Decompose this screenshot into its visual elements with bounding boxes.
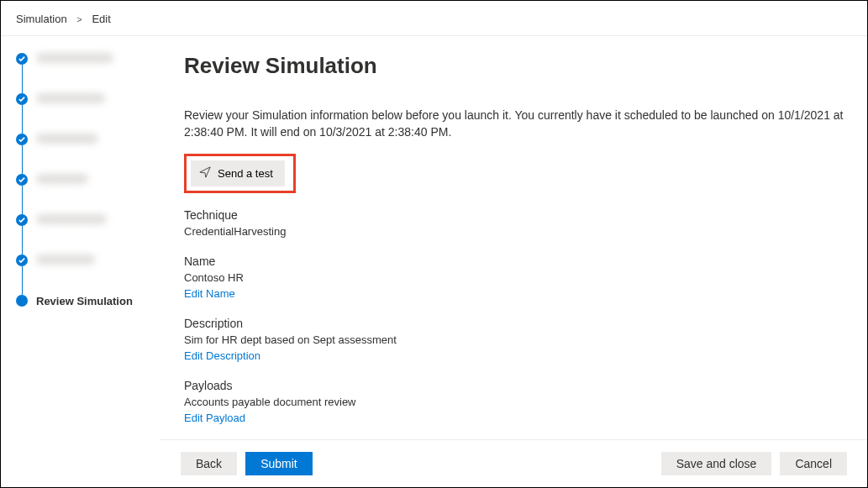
name-value: Contoso HR <box>184 271 847 284</box>
payloads-value: Accounts payable document review <box>184 396 847 408</box>
wizard-step[interactable] <box>16 134 160 174</box>
wizard-footer: Back Submit Save and close Cancel <box>160 439 867 487</box>
send-test-button[interactable]: Send a test <box>191 160 285 186</box>
breadcrumb: Simulation > Edit <box>1 1 867 36</box>
back-button[interactable]: Back <box>181 452 237 475</box>
send-test-label: Send a test <box>218 167 273 180</box>
name-section: Name Contoso HR Edit Name <box>184 254 847 300</box>
technique-section: Technique CredentialHarvesting <box>184 208 847 238</box>
edit-description-link[interactable]: Edit Description <box>184 349 847 362</box>
main-content: Review Simulation Review your Simulation… <box>160 36 867 439</box>
checkmark-icon <box>16 214 28 226</box>
current-step-dot-icon <box>16 295 28 307</box>
send-icon <box>199 166 211 181</box>
chevron-right-icon: > <box>76 14 82 24</box>
send-test-highlight: Send a test <box>184 154 296 193</box>
breadcrumb-current: Edit <box>92 13 110 25</box>
wizard-step[interactable] <box>16 214 160 254</box>
page-title: Review Simulation <box>184 53 847 79</box>
step-label-blurred <box>36 134 98 144</box>
wizard-sidebar: Review Simulation <box>1 36 160 439</box>
save-and-close-button[interactable]: Save and close <box>661 452 772 475</box>
step-label-blurred <box>36 53 113 63</box>
edit-name-link[interactable]: Edit Name <box>184 287 847 300</box>
step-label: Review Simulation <box>36 295 133 307</box>
checkmark-icon <box>16 254 28 266</box>
page-description: Review your Simulation information below… <box>184 108 847 140</box>
payloads-label: Payloads <box>184 379 847 392</box>
wizard-step[interactable] <box>16 174 160 214</box>
wizard-step[interactable] <box>16 93 160 134</box>
step-label-blurred <box>36 93 105 103</box>
description-section: Description Sim for HR dept based on Sep… <box>184 317 847 362</box>
wizard-step[interactable] <box>16 53 160 93</box>
breadcrumb-parent[interactable]: Simulation <box>16 13 67 25</box>
wizard-step[interactable] <box>16 254 160 295</box>
payloads-section: Payloads Accounts payable document revie… <box>184 379 847 424</box>
checkmark-icon <box>16 174 28 186</box>
description-value: Sim for HR dept based on Sept assessment <box>184 333 847 346</box>
step-label-blurred <box>36 254 95 265</box>
wizard-step-current[interactable]: Review Simulation <box>16 295 160 335</box>
technique-value: CredentialHarvesting <box>184 225 847 238</box>
checkmark-icon <box>16 93 28 105</box>
checkmark-icon <box>16 53 28 65</box>
technique-label: Technique <box>184 208 847 222</box>
submit-button[interactable]: Submit <box>245 452 313 475</box>
description-label: Description <box>184 317 847 330</box>
step-label-blurred <box>36 174 88 184</box>
checkmark-icon <box>16 134 28 145</box>
name-label: Name <box>184 254 847 268</box>
edit-payload-link[interactable]: Edit Payload <box>184 412 847 424</box>
step-label-blurred <box>36 214 107 224</box>
cancel-button[interactable]: Cancel <box>780 452 847 475</box>
